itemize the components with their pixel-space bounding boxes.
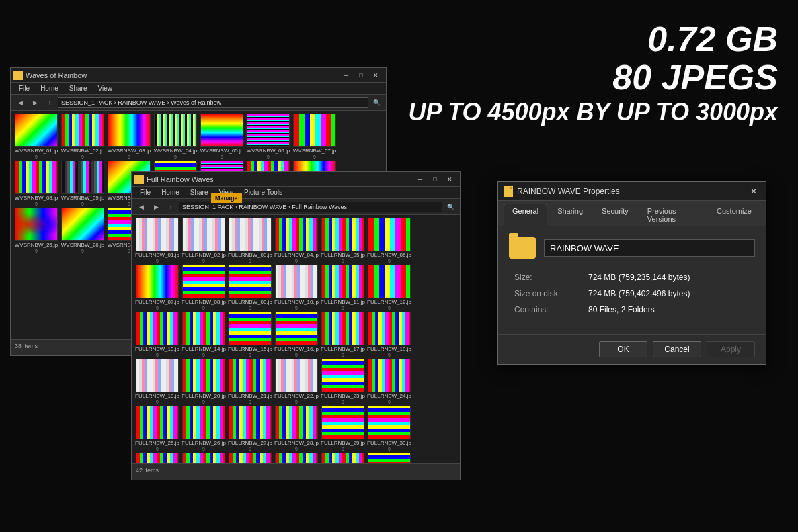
tab-view-1[interactable]: View (93, 83, 118, 93)
list-item[interactable]: FULLRNBW_20.jp9 (181, 359, 227, 405)
tab-share-1[interactable]: Share (64, 83, 93, 93)
thumbnail (136, 406, 179, 439)
thumbnail (275, 265, 318, 298)
list-item[interactable]: FULLRNBW_35.jp9 (320, 453, 366, 463)
cancel-button[interactable]: Cancel (653, 341, 701, 357)
list-item[interactable]: WVSRNBW_05.jp9 (199, 114, 245, 160)
thumb-visual (322, 265, 364, 298)
list-item[interactable]: WVSRNBW_04.jp9 (153, 114, 198, 160)
folder-name-input[interactable] (544, 239, 755, 257)
maximize-btn-1[interactable]: □ (354, 69, 368, 81)
tab-picture-2[interactable]: Picture Tools (239, 187, 288, 197)
list-item[interactable]: WVSRNBW_07.jp9 (292, 114, 337, 160)
list-item[interactable]: FULLRNBW_32.jp9 (181, 453, 227, 463)
search-btn-2[interactable]: 🔍 (444, 201, 457, 213)
list-item[interactable]: FULLRNBW_02.jp9 (181, 218, 227, 264)
tab-home-1[interactable]: Home (35, 83, 64, 93)
props-tab-customize[interactable]: Customize (708, 204, 760, 226)
size-label: Size: (509, 269, 583, 285)
up-btn-2[interactable]: ↑ (164, 201, 177, 213)
list-item[interactable]: WVSRNBW_26.jp9 (60, 208, 106, 254)
file-label: FULLRNBW_16.jp9 (274, 346, 319, 358)
list-item[interactable]: FULLRNBW_34.jp9 (274, 453, 319, 463)
list-item[interactable]: FULLRNBW_07.jp9 (134, 265, 180, 311)
list-item[interactable]: FULLRNBW_14.jp9 (181, 312, 227, 358)
back-btn-2[interactable]: ◀ (134, 201, 148, 213)
list-item[interactable]: WVSRNBW_02.jp9 (60, 114, 106, 160)
file-label: FULLRNBW_19.jp9 (134, 393, 180, 405)
props-tab-prev-versions[interactable]: Previous Versions (639, 204, 707, 226)
contains-value: 80 Files, 2 Folders (583, 302, 755, 318)
list-item[interactable]: FULLRNBW_33.jp9 (227, 453, 273, 463)
file-label: FULLRNBW_07.jp9 (134, 299, 180, 311)
ok-button[interactable]: OK (599, 341, 647, 357)
list-item[interactable]: WVSRNBW_25.jp9 (13, 208, 59, 254)
list-item[interactable]: FULLRNBW_26.jp9 (181, 406, 227, 452)
close-btn-1[interactable]: ✕ (368, 69, 383, 81)
up-btn-1[interactable]: ↑ (43, 97, 56, 109)
thumbnail (275, 359, 318, 392)
list-item[interactable]: FULLRNBW_29.jp9 (320, 406, 366, 452)
list-item[interactable]: FULLRNBW_28.jp9 (274, 406, 319, 452)
props-close-btn[interactable]: ✕ (747, 185, 760, 197)
list-item[interactable]: FULLRNBW_10.jp9 (274, 265, 319, 311)
list-item[interactable]: FULLRNBW_36.jp9 (366, 453, 412, 463)
tab-home-2[interactable]: Home (156, 187, 185, 197)
list-item[interactable]: WVSRNBW_01.jp9 (13, 114, 59, 160)
file-label: FULLRNBW_20.jp9 (181, 393, 227, 405)
list-item[interactable]: FULLRNBW_13.jp9 (134, 312, 180, 358)
forward-btn-2[interactable]: ▶ (149, 201, 163, 213)
list-item[interactable]: FULLRNBW_21.jp9 (227, 359, 273, 405)
thumb-visual (136, 218, 178, 251)
list-item[interactable]: FULLRNBW_09.jp9 (227, 265, 273, 311)
list-item[interactable]: FULLRNBW_08.jp9 (181, 265, 227, 311)
props-tabs: General Sharing Security Previous Versio… (498, 201, 766, 226)
forward-btn-1[interactable]: ▶ (28, 97, 42, 109)
tab-file-2[interactable]: File (134, 187, 156, 197)
thumbnail (136, 312, 179, 345)
back-btn-1[interactable]: ◀ (13, 97, 27, 109)
list-item[interactable]: FULLRNBW_03.jp9 (227, 218, 273, 264)
tab-share-2[interactable]: Share (185, 187, 214, 197)
list-item[interactable]: FULLRNBW_24.jp9 (366, 359, 412, 405)
list-item[interactable]: FULLRNBW_27.jp9 (227, 406, 273, 452)
list-item[interactable]: FULLRNBW_19.jp9 (134, 359, 180, 405)
list-item[interactable]: FULLRNBW_12.jp9 (366, 265, 412, 311)
list-item[interactable]: FULLRNBW_01.jp9 (134, 218, 180, 264)
size-on-disk-label: Size on disk: (509, 285, 583, 302)
apply-button[interactable]: Apply (707, 341, 755, 357)
list-item[interactable]: FULLRNBW_22.jp9 (274, 359, 319, 405)
info-overlay: 0.72 GB 80 JPEGS UP TO 4500px BY UP TO 3… (408, 20, 778, 128)
thumb-visual (229, 359, 271, 392)
maximize-btn-2[interactable]: □ (428, 173, 442, 185)
minimize-btn-1[interactable]: ─ (339, 69, 354, 81)
thumbnail (368, 218, 411, 251)
list-item[interactable]: FULLRNBW_04.jp9 (274, 218, 319, 264)
props-titlebar: RAINBOW WAVE Properties ✕ (498, 182, 766, 201)
props-tab-general[interactable]: General (504, 204, 547, 226)
list-item[interactable]: WVSRNBW_03.jp9 (106, 114, 152, 160)
list-item[interactable]: WVSRNBW_06.jp9 (245, 114, 291, 160)
props-tab-security[interactable]: Security (593, 204, 637, 226)
props-tab-sharing[interactable]: Sharing (549, 204, 592, 226)
list-item[interactable]: FULLRNBW_06.jp9 (366, 218, 412, 264)
list-item[interactable]: FULLRNBW_25.jp9 (134, 406, 180, 452)
address-bar-1[interactable]: SESSION_1 PACK › RAINBOW WAVE › Waves of… (58, 97, 368, 108)
minimize-btn-2[interactable]: ─ (413, 173, 428, 185)
list-item[interactable]: FULLRNBW_05.jp9 (320, 218, 366, 264)
list-item[interactable]: FULLRNBW_31.jp9 (134, 453, 180, 463)
list-item[interactable]: FULLRNBW_16.jp9 (274, 312, 319, 358)
list-item[interactable]: FULLRNBW_18.jp9 (366, 312, 412, 358)
file-label: WVSRNBW_03.jp9 (106, 148, 152, 160)
thumb-visual (183, 218, 225, 251)
list-item[interactable]: FULLRNBW_30.jp9 (366, 406, 412, 452)
list-item[interactable]: FULLRNBW_15.jp9 (227, 312, 273, 358)
list-item[interactable]: FULLRNBW_11.jp9 (320, 265, 366, 311)
tab-file-1[interactable]: File (13, 83, 35, 93)
list-item[interactable]: WVSRNBW_08.jp9 (13, 161, 59, 207)
search-btn-1[interactable]: 🔍 (370, 97, 383, 109)
list-item[interactable]: FULLRNBW_17.jp9 (320, 312, 366, 358)
list-item[interactable]: FULLRNBW_23.jp9 (320, 359, 366, 405)
list-item[interactable]: WVSRNBW_09.jp9 (60, 161, 106, 207)
close-btn-2[interactable]: ✕ (442, 173, 457, 185)
